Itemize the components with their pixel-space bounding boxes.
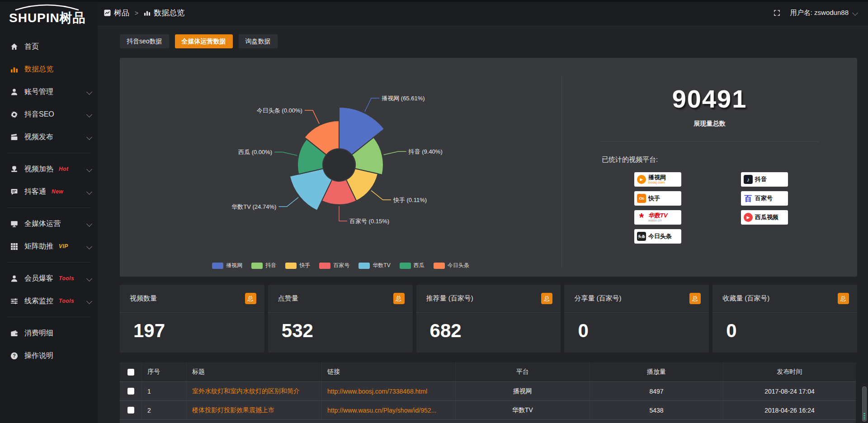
total-badge[interactable]: 总 (541, 293, 552, 304)
logo-text: SHUPIN树品 (9, 11, 86, 25)
row-checkbox[interactable] (127, 407, 134, 414)
sidebar-item-label: 全媒体运营 (24, 219, 61, 229)
stat-label: 视频数量 (130, 294, 157, 303)
tab-douyin-seo-data[interactable]: 抖音seo数据 (120, 34, 169, 48)
sidebar-divider (7, 153, 90, 153)
app-logo[interactable]: SHUPIN树品 (0, 0, 98, 30)
platform-badge-wasu[interactable]: * 华数TVwasu.cn (634, 210, 681, 225)
stat-label: 推荐量 (百家号) (426, 294, 473, 303)
pie-label-line (384, 151, 406, 155)
breadcrumb-root[interactable]: 树品 (104, 8, 129, 18)
platform-sub: wasu.cn (648, 219, 668, 222)
platform-name: 抖音 (755, 176, 767, 183)
legend-item-西瓜[interactable]: 西瓜 (400, 262, 425, 269)
fullscreen-icon[interactable] (774, 9, 780, 16)
legend-item-百家号[interactable]: 百家号 (319, 262, 349, 269)
total-badge[interactable]: 总 (245, 293, 256, 304)
total-badge[interactable]: 总 (689, 293, 701, 304)
tools-badge: Tools (59, 298, 74, 304)
sidebar-item-label: 视频发布 (24, 132, 53, 142)
chevron-down-icon (86, 189, 92, 195)
legend-swatch (212, 263, 223, 269)
sidebar-divider (7, 317, 90, 317)
cell-publish-time: 2017-08-24 17:04 (723, 382, 856, 400)
sidebar-item-video-heating[interactable]: 视频加热 Hot (0, 158, 98, 180)
pie-slice-华数TV[interactable] (290, 169, 332, 211)
sidebar-item-account-management[interactable]: 账号管理 (0, 80, 98, 103)
sidebar-divider (7, 207, 90, 208)
row-checkbox[interactable] (127, 388, 134, 395)
user-menu[interactable]: 用户名: zswodun88 (790, 9, 857, 17)
total-badge[interactable]: 总 (838, 293, 849, 304)
stat-card-likes: 点赞量总 532 (268, 285, 413, 352)
platform-badge-boosj[interactable]: ▶ 播视网boosj.com (634, 172, 681, 187)
legend-label: 西瓜 (414, 262, 425, 269)
platform-name: 播视网 (648, 174, 666, 181)
chevron-down-icon (86, 244, 92, 249)
table-header-row: 序号 标题 链接 平台 播放量 发布时间 (120, 362, 856, 381)
pie-label-line (278, 197, 298, 207)
wasu-logo-icon: * (637, 213, 646, 222)
chevron-down-icon (86, 89, 92, 95)
legend-label: 今日头条 (448, 262, 469, 269)
sidebar-item-home[interactable]: 首页 (0, 35, 98, 58)
sidebar-item-data-overview[interactable]: 数据总览 (0, 58, 98, 80)
monitor-icon (10, 220, 18, 228)
chevron-down-icon (86, 276, 92, 282)
breadcrumb-current[interactable]: 数据总览 (144, 8, 184, 18)
column-header-title: 标题 (187, 362, 322, 381)
column-header-platform: 平台 (456, 362, 590, 381)
legend-swatch (434, 263, 445, 269)
legend-item-播视网[interactable]: 播视网 (212, 262, 242, 269)
sidebar-item-instructions[interactable]: ? 操作说明 (0, 344, 98, 367)
platform-badge-baijiahao[interactable]: 百 百家号 (741, 191, 788, 206)
sidebar-item-member-baoke[interactable]: 会员爆客 Tools (0, 267, 98, 290)
pie-label-line (371, 191, 391, 200)
platform-name: 华数TV (648, 212, 668, 219)
platform-name: 西瓜视频 (755, 214, 778, 221)
sidebar-item-lead-monitoring[interactable]: 线索监控 Tools (0, 290, 98, 312)
platform-badge-douyin[interactable]: ♪ 抖音 (741, 172, 788, 187)
pie-center-hole (323, 149, 355, 181)
sidebar-item-doketong[interactable]: 抖客通 New (0, 180, 98, 203)
stat-card-favorites: 收藏量 (百家号)总 0 (712, 285, 857, 352)
sidebar-item-spending-details[interactable]: 消费明细 (0, 322, 98, 344)
video-data-table: 序号 标题 链接 平台 播放量 发布时间 1 室外水纹灯和室内水纹灯的区别和简介… (120, 362, 856, 423)
legend-swatch (400, 263, 411, 269)
chevron-down-icon (852, 10, 858, 16)
chart-legend: 播视网抖音快手百家号华数TV西瓜今日头条 (120, 262, 561, 269)
cell-title-link[interactable]: 楼体投影灯投影效果震撼上市 (187, 401, 322, 419)
legend-item-今日头条[interactable]: 今日头条 (434, 262, 469, 269)
stat-value: 197 (120, 313, 264, 342)
table-row: 1 室外水纹灯和室内水纹灯的区别和简介 http://www.boosj.com… (120, 381, 856, 400)
stat-label: 收藏量 (百家号) (722, 294, 769, 303)
legend-item-华数TV[interactable]: 华数TV (359, 262, 390, 269)
cell-platform: 华数TV (456, 401, 590, 419)
sidebar-item-video-publish[interactable]: 视频发布 (0, 126, 98, 148)
sliders-icon (10, 297, 18, 305)
tab-inquiry-data[interactable]: 询盘数据 (239, 34, 278, 48)
vertical-scrollbar[interactable] (862, 386, 867, 422)
platform-badge-xigua[interactable]: ▶ 西瓜视频 (741, 210, 788, 225)
sidebar-item-douyin-seo[interactable]: 抖音SEO (0, 103, 98, 126)
platform-badge-kuaishou[interactable]: Oo 快手 (634, 191, 681, 206)
cell-url-link[interactable]: http://www.boosj.com/7338468.html (322, 382, 456, 400)
cell-platform: 播视网 (456, 382, 590, 400)
cell-title-link[interactable]: 室外水纹灯和室内水纹灯的区别和简介 (187, 382, 322, 400)
sidebar-item-omnimedia-operation[interactable]: 全媒体运营 (0, 212, 98, 235)
chevron-down-icon (86, 134, 92, 140)
pie-label-line (339, 206, 347, 221)
sidebar-item-label: 数据总览 (24, 65, 53, 74)
legend-item-抖音[interactable]: 抖音 (251, 262, 276, 269)
total-badge[interactable]: 总 (393, 293, 405, 304)
platform-badge-toutiao[interactable]: 头条 今日头条 (634, 229, 681, 244)
chat-icon (10, 188, 18, 196)
cell-url-link[interactable]: http://www.wasu.cn/Play/show/id/952... (322, 401, 456, 419)
sidebar-item-matrix-boost[interactable]: 矩阵助推 VIP (0, 235, 98, 258)
tools-badge: Tools (59, 275, 74, 282)
total-impressions-label: 展现量总数 (562, 120, 857, 128)
legend-item-快手[interactable]: 快手 (285, 262, 310, 269)
pie-label-line (365, 98, 379, 112)
tab-omnimedia-operation-data[interactable]: 全媒体运营数据 (175, 34, 233, 48)
select-all-checkbox[interactable] (127, 369, 134, 376)
